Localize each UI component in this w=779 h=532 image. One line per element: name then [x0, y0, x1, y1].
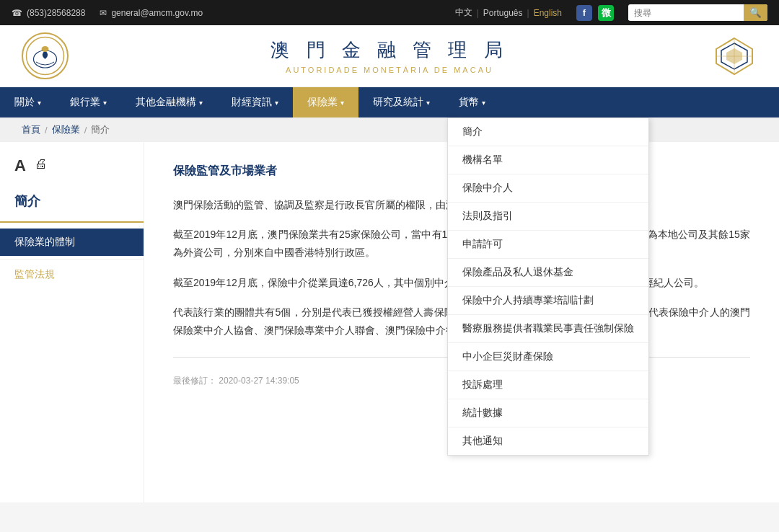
font-size-icon[interactable]: A	[14, 156, 26, 175]
top-bar-left: ☎ (853)28568288 ✉ general@amcm.gov.mo	[12, 8, 441, 18]
lang-zh[interactable]: 中文	[455, 6, 472, 19]
phone-info: ☎ (853)28568288	[12, 8, 85, 18]
last-modified-label: 最後修訂：	[173, 376, 216, 386]
email-address: general@amcm.gov.mo	[111, 8, 203, 18]
dropdown-item-apply[interactable]: 申請許可	[448, 231, 648, 259]
nav-currency-arrow: ▾	[482, 99, 485, 107]
language-switcher: 中文 | Português | English	[455, 6, 562, 19]
lang-en[interactable]: English	[534, 8, 562, 18]
dropdown-item-notices[interactable]: 其他通知	[448, 427, 648, 455]
search-form: 🔍	[628, 4, 767, 21]
breadcrumb-current: 簡介	[91, 123, 110, 136]
nav-insurance[interactable]: 保險業 ▾	[293, 87, 358, 118]
nav-about[interactable]: 關於 ▾	[0, 87, 56, 118]
nav-financial-info-label: 財經資訊	[232, 96, 272, 109]
dropdown-item-medical[interactable]: 醫療服務提供者職業民事責任強制保險	[448, 315, 648, 343]
nav-about-label: 關於	[14, 96, 35, 109]
dropdown-item-laws[interactable]: 法則及指引	[448, 203, 648, 231]
insurance-dropdown: 簡介 機構名單 保險中介人 法則及指引 申請許可 保險產品及私人退休基金 保險中…	[447, 118, 649, 456]
svg-point-2	[42, 46, 49, 52]
sidebar-item-regulations[interactable]: 監管法規	[0, 259, 144, 288]
nav-financial-info-arrow: ▾	[275, 99, 278, 107]
lang-sep-2: |	[527, 8, 529, 18]
dropdown-item-sme[interactable]: 中小企巨災財產保險	[448, 343, 648, 371]
nav-research[interactable]: 研究及統計 ▾	[358, 87, 444, 118]
sidebar: A 🖨 簡介 保險業的體制 監管法規	[0, 142, 144, 502]
search-button[interactable]: 🔍	[744, 4, 767, 21]
lang-pt[interactable]: Português	[483, 8, 523, 18]
org-name-chinese: 澳 門 金 融 管 理 局	[69, 37, 710, 63]
nav-research-label: 研究及統計	[373, 96, 423, 109]
sidebar-tools: A 🖨	[0, 156, 144, 187]
nav-other-finance-label: 其他金融機構	[136, 96, 196, 109]
email-info: ✉ general@amcm.gov.mo	[100, 8, 203, 18]
header-title: 澳 門 金 融 管 理 局 AUTORIDADE MONETÁRIA DE MA…	[69, 37, 710, 74]
lang-sep-1: |	[477, 8, 479, 18]
nav-banking[interactable]: 銀行業 ▾	[56, 87, 121, 118]
print-icon[interactable]: 🖨	[35, 156, 48, 175]
sidebar-item-structure[interactable]: 保險業的體制	[0, 229, 144, 256]
header: 澳 門 金 融 管 理 局 AUTORIDADE MONETÁRIA DE MA…	[0, 25, 779, 87]
wechat-icon[interactable]: 微	[598, 5, 614, 21]
dropdown-item-products[interactable]: 保險產品及私人退休基金	[448, 259, 648, 287]
org-name-english: AUTORIDADE MONETÁRIA DE MACAU	[69, 66, 710, 74]
dropdown-item-training[interactable]: 保險中介人持續專業培訓計劃	[448, 287, 648, 315]
nav-about-arrow: ▾	[38, 99, 41, 107]
email-icon: ✉	[100, 8, 107, 18]
content-wrapper: A 🖨 簡介 保險業的體制 監管法規 保險監管及市場業者 澳門保險活動的監管、協…	[0, 142, 779, 502]
nav-other-finance-arrow: ▾	[199, 99, 203, 107]
nav-banking-label: 銀行業	[70, 96, 100, 109]
main-nav: 關於 ▾ 銀行業 ▾ 其他金融機構 ▾ 財經資訊 ▾ 保險業 ▾ 研究及統計 ▾…	[0, 87, 779, 118]
dropdown-item-org-list[interactable]: 機構名單	[448, 146, 648, 174]
sidebar-title: 簡介	[0, 187, 144, 223]
phone-icon: ☎	[12, 8, 22, 18]
top-bar: ☎ (853)28568288 ✉ general@amcm.gov.mo 中文…	[0, 0, 779, 25]
last-modified-date: 2020-03-27 14:39:05	[219, 376, 299, 386]
nav-banking-arrow: ▾	[103, 99, 107, 107]
dropdown-item-intermediary[interactable]: 保險中介人	[448, 174, 648, 203]
breadcrumb-sep-2: /	[84, 125, 87, 136]
nav-insurance-arrow: ▾	[340, 99, 344, 107]
search-box: 🔍	[628, 4, 767, 21]
facebook-icon[interactable]: f	[576, 5, 592, 21]
search-input[interactable]	[628, 6, 744, 20]
header-logo-left	[22, 32, 69, 79]
breadcrumb-sep-1: /	[45, 125, 48, 136]
breadcrumb-section[interactable]: 保險業	[52, 123, 80, 136]
nav-other-finance[interactable]: 其他金融機構 ▾	[121, 87, 217, 118]
nav-financial-info[interactable]: 財經資訊 ▾	[217, 87, 293, 118]
header-logo-right	[710, 32, 757, 79]
breadcrumb-home[interactable]: 首頁	[22, 123, 40, 136]
nav-research-arrow: ▾	[426, 99, 430, 107]
nav-insurance-label: 保險業	[307, 96, 338, 109]
macau-government-logo	[22, 32, 69, 79]
nav-currency-label: 貨幣	[459, 96, 479, 109]
dropdown-item-complaints[interactable]: 投訴處理	[448, 371, 648, 399]
social-links: f 微	[576, 5, 614, 21]
phone-number: (853)28568288	[27, 8, 85, 18]
nav-currency[interactable]: 貨幣 ▾	[444, 87, 500, 118]
dropdown-item-intro[interactable]: 簡介	[448, 118, 648, 146]
breadcrumb: 首頁 / 保險業 / 簡介	[0, 118, 779, 142]
dropdown-item-stats[interactable]: 統計數據	[448, 399, 648, 427]
